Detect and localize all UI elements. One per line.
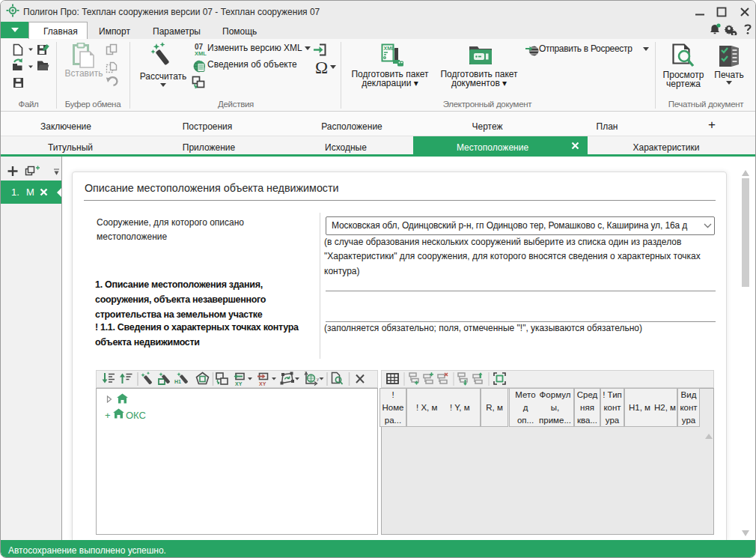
svg-text:XY: XY bbox=[259, 381, 266, 386]
svg-text:x: x bbox=[305, 372, 307, 373]
svg-text:H1: H1 bbox=[174, 379, 181, 384]
svg-text:XML: XML bbox=[384, 46, 396, 51]
svg-text:XY: XY bbox=[235, 381, 243, 386]
svg-text:XML: XML bbox=[195, 50, 207, 56]
svg-text:y: y bbox=[317, 377, 319, 381]
